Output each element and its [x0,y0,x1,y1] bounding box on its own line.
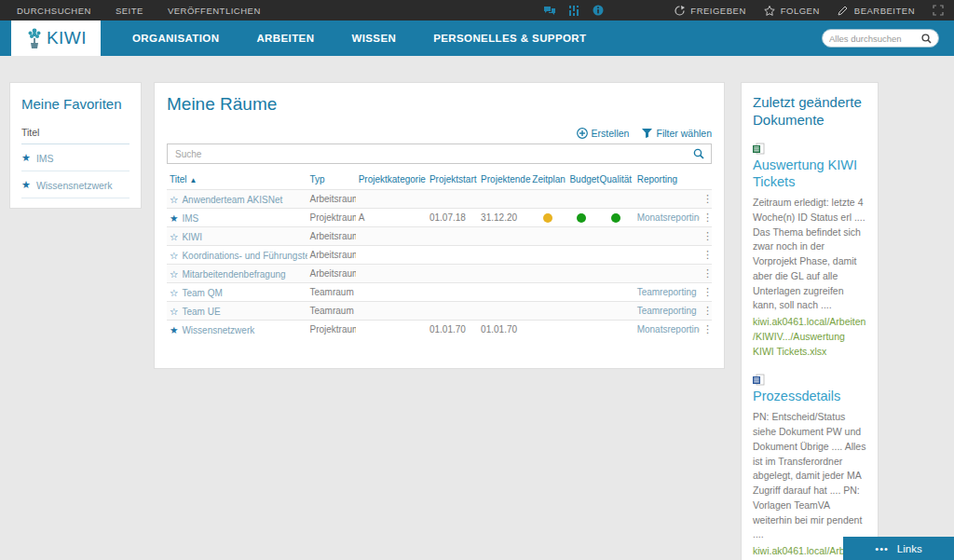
star-outline-icon[interactable]: ☆ [170,231,178,242]
status-zeitplan [529,209,566,227]
room-title-link[interactable]: KIWI [182,232,202,242]
rooms-search-input[interactable] [168,149,687,159]
search-icon[interactable] [921,34,932,44]
reporting-link[interactable]: Monatsreporting [637,212,700,223]
reporting-link[interactable]: Monatsreporting [637,324,700,335]
room-title-link[interactable]: IMS [182,213,198,224]
room-row[interactable]: ☆Team UETeamraumTeamreporting⋮ [167,302,712,321]
star-outline-icon[interactable]: ☆ [170,194,178,205]
room-projektstart [427,265,478,283]
star-outline-icon[interactable]: ☆ [170,268,178,280]
status-zeitplan [529,302,566,321]
document-title-link[interactable]: Auswertung KIWI Tickets [753,157,866,192]
star-outline-icon[interactable]: ☆ [170,287,178,298]
column-header-zeitplan[interactable]: Zeitplan [529,171,566,190]
room-typ: Teamraum [307,302,356,321]
document-url-link[interactable]: kiwi.ak0461.local/Arbeiten/KIWIV.../Ausw… [753,315,866,359]
column-header-projektstart[interactable]: Projektstart [427,171,478,190]
sliders-icon[interactable] [567,5,580,16]
column-header-projektkategorie[interactable]: Projektkategorie [356,171,427,190]
star-outline-icon[interactable]: ☆ [170,250,178,261]
room-row[interactable]: ☆MitarbeitendenbefragungArbeitsraum⋮ [167,265,712,283]
room-row[interactable]: ★WissensnetzwerkProjektraum01.01.7001.01… [167,321,712,339]
rooms-table: Titel▲TypProjektkategorieProjektstartPro… [167,171,712,339]
row-menu-icon[interactable]: ⋮ [700,227,712,246]
topbar-item-durchsuchen[interactable]: DURCHSUCHEN [17,6,91,16]
row-menu-icon[interactable]: ⋮ [700,209,712,227]
links-button[interactable]: ••• Links [843,537,954,560]
column-header-typ[interactable]: Typ [307,171,356,190]
room-title-link[interactable]: Koordinations- und Führungsteam [182,251,307,261]
star-filled-icon[interactable]: ★ [170,324,178,335]
status-qualitaet [597,246,634,265]
chat-icon[interactable] [543,5,556,16]
column-header-reporting[interactable]: Reporting [634,171,700,190]
row-menu-icon[interactable]: ⋮ [700,190,712,209]
info-icon[interactable] [592,5,605,16]
room-row[interactable]: ☆Team QMTeamraumTeamreporting⋮ [167,283,712,302]
favorite-item[interactable]: ★Wissensnetzwerk [21,171,129,198]
row-menu-icon[interactable]: ⋮ [700,246,712,265]
edit-button[interactable]: BEARBEITEN [837,5,915,16]
room-title-link[interactable]: Wissensnetzwerk [182,325,254,335]
column-header-projektende[interactable]: Projektende [478,171,529,190]
nav-item-organisation[interactable]: ORGANISATION [114,20,238,56]
document-description: PN: Entscheid/Status siehe Dokument PW u… [753,410,866,542]
status-budget [566,190,596,209]
favorite-link[interactable]: Wissensnetzwerk [36,180,113,191]
ellipsis-icon: ••• [875,543,889,554]
room-projektstart [427,227,478,246]
room-projektende: 31.12.20 [478,209,529,227]
share-button[interactable]: FREIGEBEN [673,5,745,16]
room-row[interactable]: ☆KIWIArbeitsraum⋮ [167,227,712,246]
reporting-link[interactable]: Teamreporting [637,287,697,297]
favorite-item[interactable]: ★IMS [21,144,129,171]
nav-item-arbeiten[interactable]: ARBEITEN [238,20,333,56]
room-projektstart [427,302,478,321]
document-title-link[interactable]: Prozessdetails [753,388,866,405]
reporting-link[interactable]: Teamreporting [637,306,697,316]
global-search-input[interactable] [829,34,921,44]
room-projektende [478,227,529,246]
room-projektende [478,190,529,209]
room-kategorie [356,190,427,209]
room-row[interactable]: ☆Koordinations- und FührungsteamArbeitsr… [167,246,712,265]
share-icon [673,5,686,16]
column-header-qualität[interactable]: Qualität [597,171,634,190]
topbar-item-seite[interactable]: SEITE [116,6,143,16]
room-title-link[interactable]: Team QM [182,288,222,298]
room-title-link[interactable]: Team UE [182,307,220,317]
row-menu-icon[interactable]: ⋮ [700,302,712,321]
star-filled-icon[interactable]: ★ [21,152,31,164]
rooms-search-box[interactable] [167,143,712,164]
nav-item-wissen[interactable]: WISSEN [333,20,415,56]
site-logo[interactable]: KIWI [11,20,101,56]
rooms-search-icon[interactable] [687,144,711,163]
global-search-box[interactable] [822,29,939,48]
topbar-item-veroeffentlichen[interactable]: VERÖFFENTLICHEN [168,6,261,16]
filter-button[interactable]: Filter wählen [642,128,712,139]
room-typ: Arbeitsraum [307,227,356,246]
star-filled-icon[interactable]: ★ [21,179,31,191]
favorite-link[interactable]: IMS [36,153,54,164]
room-row[interactable]: ★IMSProjektraumA01.07.1831.12.20Monatsre… [167,209,712,227]
word-icon [753,374,866,386]
room-title-link[interactable]: Mitarbeitendenbefragung [182,269,285,280]
room-row[interactable]: ☆Anwenderteam AKISNetArbeitsraum⋮ [167,190,712,209]
column-header-titel[interactable]: Titel▲ [167,171,307,190]
focus-mode-icon[interactable] [932,5,945,16]
nav-item-personelles-support[interactable]: PERSONELLES & SUPPORT [415,20,605,56]
room-title-link[interactable]: Anwenderteam AKISNet [182,195,282,205]
row-menu-icon[interactable]: ⋮ [700,283,712,302]
create-button[interactable]: Erstellen [577,128,630,139]
row-menu-icon[interactable]: ⋮ [700,321,712,339]
star-filled-icon[interactable]: ★ [170,212,178,224]
column-header-budget[interactable]: Budget [566,171,596,190]
rooms-title: Meine Räume [167,94,712,115]
primary-nav: ORGANISATION ARBEITEN WISSEN PERSONELLES… [114,20,605,56]
row-menu-icon[interactable]: ⋮ [700,265,712,283]
room-kategorie [356,246,427,265]
room-projektende [478,283,529,302]
star-outline-icon[interactable]: ☆ [170,306,178,317]
follow-button[interactable]: FOLGEN [763,5,820,16]
